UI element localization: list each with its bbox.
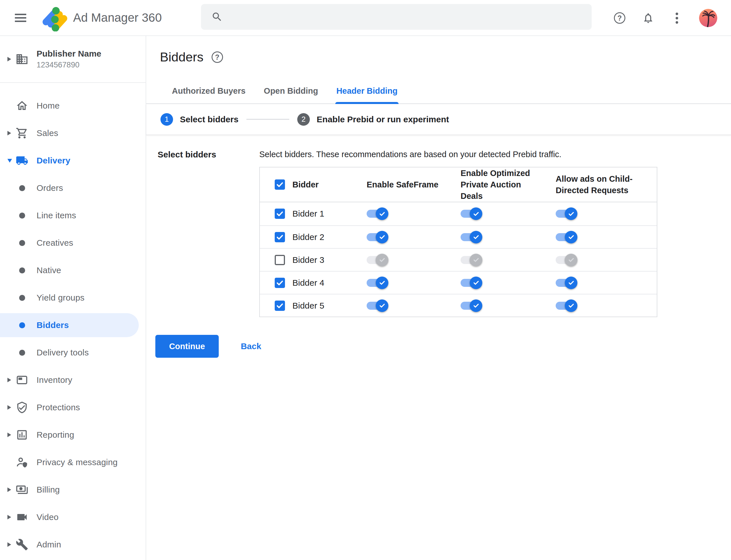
- optimized-deals-toggle[interactable]: [460, 277, 484, 289]
- step-connector: [247, 119, 289, 120]
- check-icon: [472, 210, 480, 218]
- search-input[interactable]: [231, 5, 583, 28]
- sidebar-item-native[interactable]: Native: [0, 257, 146, 284]
- child-directed-toggle[interactable]: [556, 299, 579, 312]
- sidebar-item-privacy-messaging[interactable]: Privacy & messaging: [0, 449, 146, 476]
- bidder-name: Bidder 1: [293, 209, 325, 219]
- child-directed-toggle[interactable]: [556, 231, 579, 243]
- expand-right-icon: [7, 433, 11, 437]
- publisher-switcher[interactable]: Publisher Name 1234567890: [0, 36, 146, 83]
- check-icon: [567, 302, 575, 309]
- top-app-bar: Ad Manager 360 ?: [0, 0, 731, 36]
- page-help-button[interactable]: ?: [212, 51, 223, 63]
- ad-unit-frame-icon: [15, 374, 29, 386]
- sidebar-item-billing[interactable]: Billing: [0, 476, 146, 503]
- check-icon: [567, 233, 575, 241]
- select-all-checkbox[interactable]: [275, 179, 285, 190]
- check-icon: [472, 279, 480, 287]
- search-bar[interactable]: [201, 4, 592, 30]
- child-directed-toggle[interactable]: [556, 207, 579, 220]
- sidebar-item-video[interactable]: Video: [0, 503, 146, 531]
- sidebar-item-delivery-tools[interactable]: Delivery tools: [0, 339, 146, 366]
- sidebar-item-line-items[interactable]: Line items: [0, 202, 146, 229]
- check-icon: [567, 256, 575, 264]
- sidebar-item-orders[interactable]: Orders: [0, 174, 146, 202]
- step-select-bidders: 1 Select bidders: [161, 113, 239, 126]
- step-enable-prebid: 2 Enable Prebid or run experiment: [297, 113, 449, 126]
- column-header-bidder: Bidder: [293, 179, 333, 190]
- tab-open-bidding[interactable]: Open Bidding: [255, 78, 327, 103]
- hamburger-menu-icon[interactable]: [15, 12, 26, 24]
- safeframe-toggle[interactable]: [366, 231, 390, 243]
- home-icon: [15, 99, 29, 112]
- continue-button[interactable]: Continue: [155, 335, 219, 358]
- help-button[interactable]: ?: [613, 12, 626, 24]
- sidebar-item-protections[interactable]: Protections: [0, 394, 146, 421]
- child-directed-toggle[interactable]: [556, 277, 579, 289]
- sidebar-item-home[interactable]: Home: [0, 92, 146, 119]
- check-icon: [567, 279, 575, 287]
- check-icon: [378, 233, 386, 241]
- avatar[interactable]: [699, 9, 717, 27]
- bidder-name: Bidder 3: [293, 255, 325, 265]
- safeframe-toggle[interactable]: [366, 254, 390, 266]
- wrench-icon: [15, 538, 29, 551]
- back-button[interactable]: Back: [233, 341, 270, 351]
- sidebar-item-sales[interactable]: Sales: [0, 119, 146, 147]
- check-icon: [472, 233, 480, 241]
- row-checkbox[interactable]: [275, 278, 285, 288]
- row-checkbox[interactable]: [275, 209, 285, 219]
- stepper: 1 Select bidders 2 Enable Prebid or run …: [146, 104, 731, 135]
- safeframe-toggle[interactable]: [366, 207, 390, 220]
- topbar-actions: ?: [613, 0, 717, 36]
- bell-icon: [642, 12, 654, 24]
- expand-right-icon: [7, 515, 11, 519]
- row-checkbox[interactable]: [275, 232, 285, 242]
- video-camera-icon: [15, 511, 29, 523]
- more-options-button[interactable]: [670, 12, 683, 24]
- sidebar-item-delivery[interactable]: Delivery: [0, 147, 146, 174]
- row-checkbox[interactable]: [275, 255, 285, 265]
- sidebar-item-bidders[interactable]: Bidders: [0, 313, 139, 337]
- check-icon: [276, 301, 284, 310]
- sidebar-item-creatives[interactable]: Creatives: [0, 229, 146, 257]
- tab-authorized-buyers[interactable]: Authorized Buyers: [163, 78, 255, 103]
- ad-manager-logo-icon: [40, 4, 67, 31]
- expand-right-icon: [7, 57, 11, 61]
- bullet-icon: [19, 350, 25, 356]
- safeframe-toggle[interactable]: [366, 277, 390, 289]
- sidebar: Publisher Name 1234567890 Home Sales Del…: [0, 36, 146, 560]
- publisher-id: 1234567890: [37, 61, 101, 69]
- person-shield-icon: [15, 456, 29, 469]
- child-directed-toggle[interactable]: [556, 254, 579, 266]
- sidebar-item-admin[interactable]: Admin: [0, 531, 146, 558]
- sidebar-item-inventory[interactable]: Inventory: [0, 366, 146, 394]
- sidebar-item-reporting[interactable]: Reporting: [0, 421, 146, 449]
- bullet-icon: [19, 267, 25, 273]
- step-number-badge: 1: [161, 113, 173, 126]
- sidebar-item-yield-groups[interactable]: Yield groups: [0, 284, 146, 311]
- bullet-icon: [19, 213, 25, 219]
- check-icon: [472, 256, 480, 264]
- expand-right-icon: [7, 131, 11, 135]
- expand-right-icon: [7, 405, 11, 410]
- bidder-name: Bidder 4: [293, 278, 325, 288]
- search-icon: [211, 11, 223, 23]
- bullet-icon: [19, 185, 25, 191]
- payments-icon: [15, 483, 29, 496]
- form-actions: Continue Back: [155, 335, 270, 358]
- optimized-deals-toggle[interactable]: [460, 299, 484, 312]
- expand-down-icon: [7, 159, 12, 163]
- sidebar-nav: Home Sales Delivery Orders Line items: [0, 83, 146, 558]
- tab-bar: Authorized Buyers Open Bidding Header Bi…: [146, 78, 731, 104]
- column-header-optimized-deals: Enable Optimized Private Auction Deals: [460, 167, 556, 202]
- safeframe-toggle[interactable]: [366, 299, 390, 312]
- bidder-name: Bidder 2: [293, 232, 325, 242]
- table-row: Bidder 4: [260, 271, 657, 294]
- notifications-button[interactable]: [642, 12, 654, 24]
- optimized-deals-toggle[interactable]: [460, 207, 484, 220]
- row-checkbox[interactable]: [275, 301, 285, 311]
- optimized-deals-toggle[interactable]: [460, 231, 484, 243]
- tab-header-bidding[interactable]: Header Bidding: [327, 78, 406, 103]
- optimized-deals-toggle[interactable]: [460, 254, 484, 266]
